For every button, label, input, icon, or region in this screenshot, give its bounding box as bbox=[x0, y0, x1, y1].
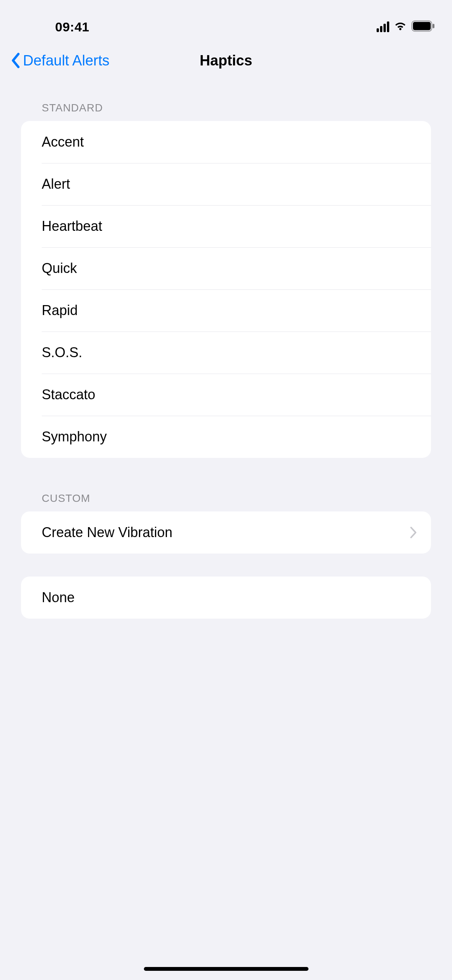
haptic-rapid[interactable]: Rapid bbox=[21, 289, 431, 332]
section-header-custom: CUSTOM bbox=[21, 458, 431, 511]
cellular-icon bbox=[377, 21, 389, 32]
row-label: Staccato bbox=[42, 387, 95, 403]
back-label: Default Alerts bbox=[23, 52, 109, 69]
svg-rect-1 bbox=[413, 22, 431, 30]
section-custom: Create New Vibration bbox=[21, 511, 431, 554]
haptic-none[interactable]: None bbox=[21, 577, 431, 619]
row-label: Alert bbox=[42, 176, 70, 192]
screen: 09:41 bbox=[0, 0, 452, 980]
create-new-vibration[interactable]: Create New Vibration bbox=[21, 511, 431, 554]
chevron-right-icon bbox=[410, 526, 417, 539]
battery-icon bbox=[411, 20, 435, 33]
back-button[interactable]: Default Alerts bbox=[0, 52, 109, 69]
status-indicators bbox=[377, 20, 435, 33]
row-label: Accent bbox=[42, 134, 84, 150]
haptic-accent[interactable]: Accent bbox=[21, 121, 431, 163]
row-label: Quick bbox=[42, 260, 77, 276]
chevron-left-icon bbox=[11, 52, 21, 69]
haptic-alert[interactable]: Alert bbox=[21, 163, 431, 205]
row-label: Symphony bbox=[42, 429, 107, 445]
haptic-staccato[interactable]: Staccato bbox=[21, 374, 431, 416]
row-label: S.O.S. bbox=[42, 345, 82, 361]
haptic-sos[interactable]: S.O.S. bbox=[21, 332, 431, 374]
svg-rect-2 bbox=[432, 24, 434, 28]
row-label: None bbox=[42, 590, 75, 606]
nav-bar: Default Alerts Haptics bbox=[0, 42, 452, 79]
page-title: Haptics bbox=[200, 52, 252, 69]
section-standard: Accent Alert Heartbeat Quick Rapid S.O.S… bbox=[21, 121, 431, 458]
row-label: Create New Vibration bbox=[42, 524, 173, 541]
wifi-icon bbox=[394, 21, 407, 33]
haptic-quick[interactable]: Quick bbox=[21, 247, 431, 289]
home-indicator bbox=[144, 967, 308, 971]
haptic-heartbeat[interactable]: Heartbeat bbox=[21, 205, 431, 247]
section-none: None bbox=[21, 577, 431, 619]
content: STANDARD Accent Alert Heartbeat Quick Ra… bbox=[0, 79, 452, 619]
row-label: Rapid bbox=[42, 302, 78, 318]
status-time: 09:41 bbox=[55, 20, 89, 34]
haptic-symphony[interactable]: Symphony bbox=[21, 416, 431, 458]
section-header-standard: STANDARD bbox=[21, 79, 431, 121]
row-label: Heartbeat bbox=[42, 218, 102, 234]
status-bar: 09:41 bbox=[0, 0, 452, 42]
